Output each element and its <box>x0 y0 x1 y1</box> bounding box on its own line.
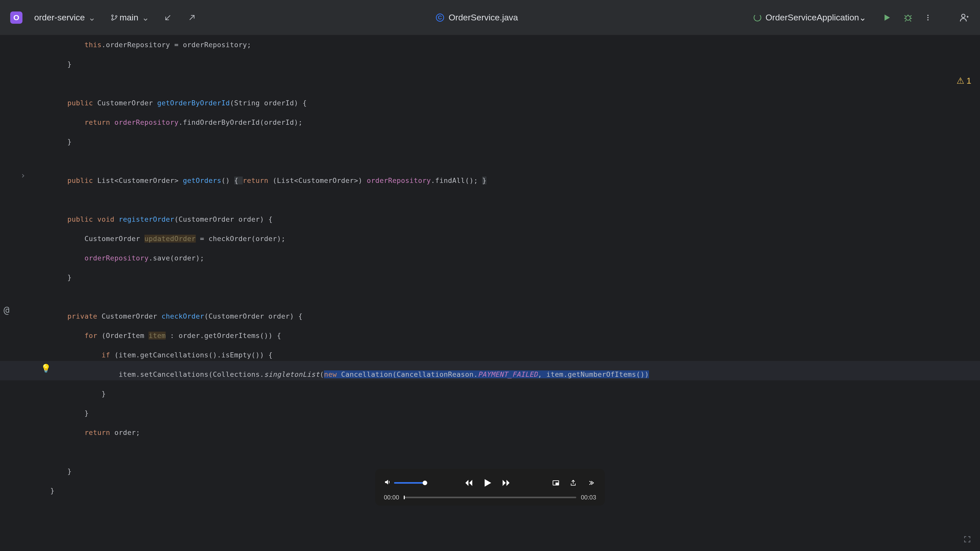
arrow-down-left-icon <box>163 13 173 23</box>
code-token: (OrderItem <box>102 332 148 340</box>
code-token: return <box>33 429 115 437</box>
code-token: List<CustomerOrder> <box>97 176 183 184</box>
code-token <box>33 254 84 262</box>
code-token: } <box>33 60 72 68</box>
code-token: item <box>148 332 165 340</box>
code-token: getOrders <box>183 176 221 184</box>
ide-toolbar: O order-service ⌄ main ⌄ OrderService.ja… <box>0 0 980 35</box>
code-token: (item.getCancellations().isEmpty()) { <box>115 351 272 359</box>
play-button[interactable] <box>480 476 494 490</box>
code-token: .findOrderByOrderId(orderId); <box>179 118 303 126</box>
svg-point-1 <box>112 19 113 20</box>
vcs-branch-icon <box>109 13 119 23</box>
time-total: 00:03 <box>581 494 596 501</box>
override-marker-icon[interactable]: @ <box>3 304 10 316</box>
project-badge: O <box>10 11 22 24</box>
code-token: } <box>33 138 72 146</box>
code-token: registerOrder <box>119 215 174 223</box>
code-token: checkOrder <box>162 312 204 320</box>
code-token: orderRepository <box>84 254 148 262</box>
code-token: orderRepository <box>115 118 178 126</box>
code-token: CustomerOrder <box>102 312 162 320</box>
volume-control[interactable] <box>384 478 425 487</box>
chevron-down-icon: ⌄ <box>142 13 149 23</box>
editor-area[interactable]: ⚠ 1 › @ 💡 this.orderRepository = orderRe… <box>0 35 980 551</box>
code-token: .orderRepository = orderRepository; <box>102 41 251 49</box>
vcs-update-button[interactable] <box>157 10 179 26</box>
fold-toggle-icon[interactable]: › <box>21 170 25 180</box>
seek-position[interactable] <box>404 495 405 499</box>
code-token: (List<CustomerOrder>) <box>272 176 367 184</box>
code-token: private <box>33 312 102 320</box>
code-token: getOrderByOrderId <box>157 99 230 107</box>
code-token: orderRepository <box>367 176 431 184</box>
code-token: new <box>324 370 341 378</box>
svg-point-0 <box>112 15 113 16</box>
code-token: = checkOrder(order); <box>196 235 286 243</box>
code-token: .findAll(); <box>431 176 482 184</box>
code-token: : order.getOrderItems()) { <box>165 332 281 340</box>
speaker-icon <box>384 478 391 487</box>
code-token: (CustomerOrder order) { <box>204 312 302 320</box>
run-button[interactable] <box>880 11 894 24</box>
open-file-name: OrderService.java <box>449 13 518 22</box>
code-token: Cancellation(CancellationReason. <box>341 370 478 378</box>
code-token: , <box>538 370 546 378</box>
code-token: } <box>33 273 72 281</box>
rewind-button[interactable] <box>463 477 474 489</box>
code-token: singletonList <box>264 370 320 378</box>
code-token: public void <box>33 215 119 223</box>
code-token: return <box>243 176 272 184</box>
volume-thumb[interactable] <box>423 481 427 485</box>
code-token: { <box>234 176 243 184</box>
svg-point-4 <box>928 14 929 16</box>
code-token: } <box>482 176 487 184</box>
code-token: } <box>33 390 106 398</box>
open-file-indicator[interactable]: OrderService.java <box>205 13 749 22</box>
code-token: this <box>33 41 102 49</box>
svg-point-6 <box>928 19 929 21</box>
fullscreen-icon[interactable] <box>963 535 971 545</box>
code-token: public <box>33 99 97 107</box>
svg-point-3 <box>906 16 910 20</box>
svg-point-5 <box>928 17 929 18</box>
branch-name: main <box>119 13 138 22</box>
run-config-selector[interactable]: OrderServiceApplication ⌄ <box>749 10 871 25</box>
forward-button[interactable] <box>501 477 512 489</box>
branch-selector[interactable]: main ⌄ <box>103 10 155 26</box>
code-token: CustomerOrder <box>97 99 157 107</box>
debug-button[interactable] <box>902 12 914 23</box>
time-current: 00:00 <box>384 494 399 501</box>
code-token: ( <box>320 370 324 378</box>
code-token: } <box>33 487 55 495</box>
pip-button[interactable] <box>550 477 562 489</box>
project-selector[interactable]: order-service ⌄ <box>29 10 101 26</box>
media-controls-overlay: 00:00 00:03 <box>375 469 605 506</box>
code-token: for <box>33 332 102 340</box>
code-token: if <box>33 351 115 359</box>
chevron-down-icon: ⌄ <box>88 13 95 23</box>
project-name: order-service <box>34 13 85 22</box>
volume-slider[interactable] <box>394 482 425 484</box>
code-token: public <box>33 176 97 184</box>
code-token: order; <box>115 429 140 437</box>
java-class-icon <box>436 14 444 22</box>
seek-bar[interactable] <box>404 497 576 498</box>
code-token: } <box>33 467 72 475</box>
code-token: item.setCancellations(Collections. <box>33 370 264 378</box>
svg-rect-9 <box>556 483 558 484</box>
code-token: updatedOrder <box>145 235 196 243</box>
more-button[interactable] <box>585 477 596 489</box>
code-token: } <box>33 409 89 417</box>
collab-add-user-button[interactable] <box>959 12 970 23</box>
code-token: (String orderId) { <box>230 99 307 107</box>
more-actions-button[interactable] <box>922 12 934 23</box>
code-token: .save(order); <box>148 254 204 262</box>
share-button[interactable] <box>568 477 579 489</box>
code-token: item.getNumberOfItems()) <box>546 370 649 378</box>
code-token: return <box>33 118 115 126</box>
svg-point-2 <box>116 15 117 17</box>
code-token: () <box>221 176 234 184</box>
vcs-push-button[interactable] <box>181 10 203 26</box>
code-token: (CustomerOrder order) { <box>174 215 272 223</box>
